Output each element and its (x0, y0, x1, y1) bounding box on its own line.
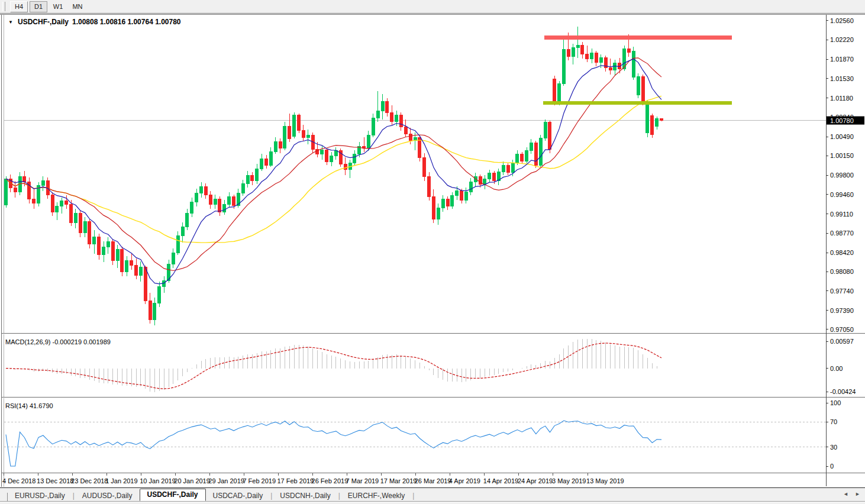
candle-body (344, 164, 347, 169)
candle (521, 152, 524, 164)
price-tick-label: 0.97050 (830, 326, 854, 333)
candle-body (251, 175, 254, 180)
date-tick-label: 4 Dec 2018 (2, 477, 35, 484)
macd-panel[interactable] (6, 339, 661, 392)
candle (153, 298, 156, 325)
candle (632, 47, 635, 80)
candle (483, 175, 486, 189)
candle-body (191, 202, 193, 214)
candle-body (423, 157, 426, 176)
candle-body (372, 118, 375, 135)
chart-canvas[interactable]: ▼ USDCHF-,Daily 1.00808 1.00816 1.00764 … (0, 0, 865, 504)
tab-scroll-right-icon[interactable]: ► (855, 491, 860, 497)
candle (302, 125, 305, 141)
candle-body (233, 196, 235, 205)
candle-body (172, 253, 175, 264)
candle (241, 180, 244, 196)
candle (651, 114, 654, 138)
candle-body (79, 214, 82, 232)
candle-body (609, 68, 612, 70)
candle-body (451, 196, 454, 206)
candle-body (265, 159, 268, 165)
candle-body (186, 214, 189, 227)
window-frame (0, 15, 865, 487)
candle (149, 293, 151, 324)
candle-body (581, 46, 584, 54)
candle (525, 147, 528, 163)
candle (41, 176, 44, 191)
candle-body (534, 143, 537, 165)
date-tick-label: 14 Apr 2019 (483, 477, 518, 484)
tab-eurchf[interactable]: EURCHF-,Weekly (341, 491, 412, 501)
candle (98, 234, 101, 260)
price-tick-label: 0.98770 (830, 230, 854, 237)
candle-body (460, 191, 463, 200)
candle (376, 91, 379, 122)
candle (339, 148, 342, 167)
candle-body (41, 181, 44, 186)
candle (33, 189, 35, 209)
candle (428, 172, 431, 201)
candle (363, 137, 366, 152)
candle-body (599, 58, 602, 63)
candle-body (65, 201, 68, 205)
candle-body (88, 221, 91, 244)
candle (37, 182, 40, 206)
date-tick-label: 3 May 2019 (552, 477, 586, 484)
date-tick-label: 10 Jan 2019 (140, 477, 176, 484)
price-tick-label: 0.97740 (830, 287, 854, 295)
tab-usdcnh[interactable]: USDCNH-,Daily (273, 491, 337, 501)
candle (641, 75, 644, 105)
candle-body (260, 159, 263, 169)
rsi-panel[interactable] (4, 421, 826, 466)
candle (274, 137, 277, 154)
candle (656, 117, 659, 130)
candle (437, 203, 440, 225)
candle-body (246, 175, 249, 183)
date-tick-label: 26 Feb 2019 (312, 477, 348, 484)
price-tick-label: 0.99110 (830, 211, 853, 218)
tab-eurusd[interactable]: EURUSD-,Daily (8, 491, 72, 501)
price-tick-label: 1.01870 (830, 56, 854, 63)
date-tick-label: 7 Feb 2019 (243, 477, 276, 484)
candle (423, 153, 426, 181)
candle-body (386, 101, 389, 112)
candle (28, 177, 31, 203)
candle (121, 247, 124, 276)
date-tick-label: 29 Jan 2019 (208, 477, 244, 484)
candle (581, 42, 584, 59)
candle-body (223, 205, 226, 212)
support-band[interactable] (543, 101, 732, 105)
candle (344, 157, 347, 175)
candle (586, 46, 589, 62)
candle-body (479, 176, 482, 184)
macd-signal-line (6, 343, 661, 389)
symbol-dropdown-icon[interactable]: ▼ (8, 20, 13, 25)
tab-bar-groove (0, 501, 865, 504)
candle-body (553, 79, 556, 102)
date-tick-label: 13 Dec 2018 (37, 477, 73, 484)
candle (488, 170, 491, 182)
candle-body (144, 267, 147, 301)
tab-audusd[interactable]: AUDUSD-,Daily (75, 491, 140, 501)
candle-body (302, 131, 305, 137)
tab-scroll-left-icon[interactable]: ◄ (843, 491, 848, 497)
candle (204, 183, 207, 199)
candle (214, 195, 217, 209)
tab-usdcad[interactable]: USDCAD-,Daily (206, 491, 270, 501)
candle (83, 217, 86, 237)
resistance-band[interactable] (544, 35, 732, 40)
candle-body (614, 63, 617, 70)
candle (269, 147, 272, 167)
candle (399, 112, 402, 130)
candle (381, 94, 384, 119)
candle (200, 182, 203, 198)
candle-body (567, 49, 570, 56)
date-tick-label: 1 Jan 2019 (105, 477, 137, 484)
tab-usdchf[interactable]: USDCHF-,Daily (140, 489, 206, 501)
chart-title-ohlc: 1.00808 1.00816 1.00764 1.00780 (72, 18, 181, 26)
candle-body (646, 103, 649, 133)
candle (195, 189, 198, 206)
candle (562, 40, 565, 86)
price-tick-label: 0.99800 (830, 172, 854, 179)
